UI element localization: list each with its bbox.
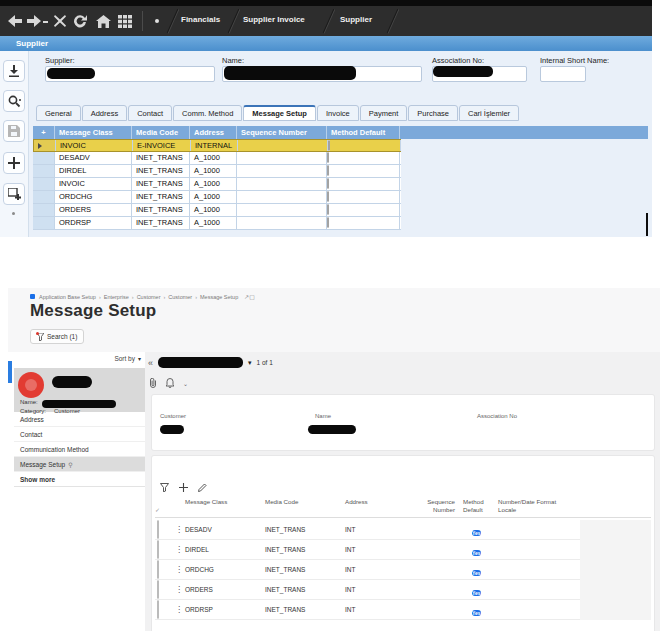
nav-item-show-more[interactable]: Show more bbox=[14, 472, 145, 487]
tab-address[interactable]: Address bbox=[82, 105, 128, 121]
breadcrumb-item[interactable]: Customer bbox=[132, 294, 161, 300]
menu-item-financials[interactable]: Financials bbox=[181, 15, 220, 24]
col-number-date-format-locale[interactable]: Number/Date FormatLocale bbox=[493, 498, 583, 514]
row-checkbox[interactable] bbox=[157, 560, 159, 579]
collapse-panel-icon[interactable]: « bbox=[148, 358, 153, 368]
tab-payment[interactable]: Payment bbox=[360, 105, 408, 121]
cell-media-code[interactable]: INET_TRANS bbox=[132, 217, 190, 229]
method-default-checkbox[interactable] bbox=[327, 217, 329, 228]
forward-icon[interactable] bbox=[26, 13, 42, 29]
cell-message-class[interactable]: DESADV bbox=[55, 152, 132, 164]
row-checkbox[interactable] bbox=[157, 600, 159, 619]
notification-bell-icon[interactable] bbox=[166, 374, 174, 392]
col-sequence-number[interactable]: SequenceNumber bbox=[420, 498, 463, 514]
table-row[interactable]: ORDRSP INET_TRANS INT Yes bbox=[155, 600, 651, 620]
menu-item-supplier-invoice[interactable]: Supplier Invoice bbox=[243, 15, 305, 24]
row-menu-icon[interactable] bbox=[175, 566, 185, 574]
col-message-class[interactable]: Message Class bbox=[55, 126, 132, 139]
cell-address[interactable]: A_1000 bbox=[190, 152, 237, 164]
method-default-badge[interactable]: Yes bbox=[472, 590, 481, 596]
add-row-icon[interactable] bbox=[179, 478, 188, 496]
method-default-checkbox[interactable] bbox=[327, 152, 329, 163]
row-menu-icon[interactable] bbox=[175, 526, 185, 534]
method-default-badge[interactable]: Yes bbox=[472, 530, 481, 536]
tab-contact[interactable]: Contact bbox=[128, 105, 172, 121]
cell-sequence-number[interactable] bbox=[238, 140, 328, 151]
cell-sequence-number[interactable] bbox=[237, 191, 327, 203]
col-method-default[interactable]: Method Default bbox=[327, 126, 400, 139]
breadcrumb-item[interactable]: Customer bbox=[163, 294, 192, 300]
row-menu-icon[interactable] bbox=[175, 546, 185, 554]
col-method-default[interactable]: MethodDefault bbox=[463, 498, 493, 514]
record-dropdown-icon[interactable]: ▾ bbox=[248, 359, 252, 367]
table-row[interactable]: DESADV INET_TRANS A_1000 bbox=[33, 152, 401, 165]
cell-sequence-number[interactable] bbox=[237, 178, 327, 190]
row-checkbox[interactable] bbox=[157, 580, 159, 599]
cell-media-code[interactable]: INET_TRANS bbox=[132, 152, 190, 164]
cell-message-class[interactable]: ORDRSP bbox=[55, 217, 132, 229]
table-row[interactable]: INVOIC INET_TRANS A_1000 bbox=[33, 178, 401, 191]
internal-short-name-field[interactable] bbox=[540, 66, 586, 82]
refresh-icon[interactable] bbox=[72, 13, 88, 29]
nav-item-message-setup[interactable]: Message Setup⚲ bbox=[14, 457, 145, 472]
breadcrumb-item[interactable]: Message Setup bbox=[195, 294, 238, 300]
row-menu-icon[interactable] bbox=[175, 586, 185, 594]
table-row[interactable]: ORDRSP INET_TRANS A_1000 bbox=[33, 217, 401, 230]
cell-address[interactable]: A_1000 bbox=[190, 178, 237, 190]
col-media-code[interactable]: Media Code bbox=[265, 498, 345, 514]
cell-sequence-number[interactable] bbox=[237, 204, 327, 216]
cell-address[interactable]: INTERNAL bbox=[191, 140, 238, 151]
col-address[interactable]: Address bbox=[345, 498, 420, 514]
home-icon[interactable] bbox=[95, 13, 111, 29]
method-default-badge[interactable]: Yes bbox=[472, 550, 481, 556]
cell-address[interactable]: A_1000 bbox=[190, 217, 237, 229]
method-default-checkbox[interactable] bbox=[328, 140, 330, 151]
open-in-new-icon[interactable]: ↗▢ bbox=[244, 293, 255, 300]
row-menu-icon[interactable] bbox=[175, 606, 185, 614]
cell-address[interactable]: A_1000 bbox=[190, 204, 237, 216]
cell-message-class[interactable]: ORDCHG bbox=[55, 191, 132, 203]
table-row[interactable]: DIRDEL INET_TRANS INT Yes bbox=[155, 540, 651, 560]
table-row[interactable]: ORDERS INET_TRANS INT Yes bbox=[155, 580, 651, 600]
method-default-checkbox[interactable] bbox=[327, 204, 329, 215]
col-sequence-number[interactable]: Sequence Number bbox=[237, 126, 327, 139]
tab-general[interactable]: General bbox=[36, 105, 81, 121]
cell-media-code[interactable]: INET_TRANS bbox=[132, 204, 190, 216]
cell-address[interactable]: A_1000 bbox=[190, 191, 237, 203]
breadcrumb-item[interactable]: Application Base Setup bbox=[39, 294, 96, 300]
tab-purchase[interactable]: Purchase bbox=[408, 105, 458, 121]
method-default-checkbox[interactable] bbox=[327, 165, 329, 176]
duplicate-record-button[interactable] bbox=[3, 183, 25, 205]
filter-icon[interactable] bbox=[160, 478, 169, 496]
col-message-class[interactable]: Message Class bbox=[185, 498, 265, 514]
tab-cari-islemler[interactable]: Cari İşlemler bbox=[459, 105, 519, 121]
breadcrumb-item[interactable]: Enterprise bbox=[99, 294, 129, 300]
edit-icon[interactable] bbox=[198, 478, 207, 496]
method-default-badge[interactable]: Yes bbox=[472, 570, 481, 576]
tab-comm-method[interactable]: Comm. Method bbox=[173, 105, 242, 121]
nav-item-communication-method[interactable]: Communication Method bbox=[14, 442, 145, 457]
table-row[interactable]: ORDCHG INET_TRANS INT Yes bbox=[155, 560, 651, 580]
app-dot-icon[interactable] bbox=[30, 294, 35, 299]
import-button[interactable] bbox=[3, 60, 25, 82]
method-default-badge[interactable]: Yes bbox=[472, 610, 481, 616]
row-checkbox[interactable] bbox=[157, 540, 159, 559]
nav-item-contact[interactable]: Contact bbox=[14, 427, 145, 442]
cell-sequence-number[interactable] bbox=[237, 165, 327, 177]
table-row[interactable]: INVOIC E-INVOICE INTERNAL bbox=[33, 139, 401, 152]
table-row[interactable]: ORDERS INET_TRANS A_1000 bbox=[33, 204, 401, 217]
search-button[interactable] bbox=[3, 90, 25, 112]
col-address[interactable]: Address bbox=[190, 126, 237, 139]
tab-invoice[interactable]: Invoice bbox=[317, 105, 359, 121]
cell-media-code[interactable]: INET_TRANS bbox=[132, 165, 190, 177]
tab-message-setup[interactable]: Message Setup bbox=[243, 105, 316, 121]
add-record-button[interactable] bbox=[3, 152, 25, 174]
cell-message-class[interactable]: INVOIC bbox=[56, 140, 133, 151]
grid-menu-icon[interactable] bbox=[117, 13, 133, 29]
method-default-checkbox[interactable] bbox=[327, 191, 329, 202]
cell-sequence-number[interactable] bbox=[237, 217, 327, 229]
close-icon[interactable] bbox=[52, 13, 68, 29]
col-media-code[interactable]: Media Code bbox=[132, 126, 190, 139]
nav-item-address[interactable]: Address bbox=[14, 412, 145, 427]
left-scroll-indicator[interactable] bbox=[8, 361, 12, 383]
